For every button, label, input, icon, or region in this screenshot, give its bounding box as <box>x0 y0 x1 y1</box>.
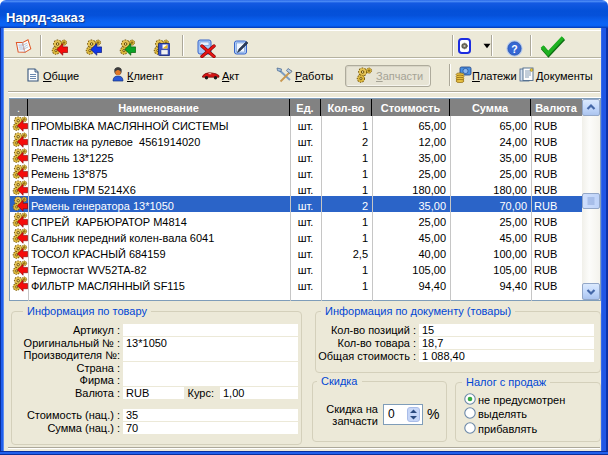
svg-text:?: ? <box>511 43 517 55</box>
